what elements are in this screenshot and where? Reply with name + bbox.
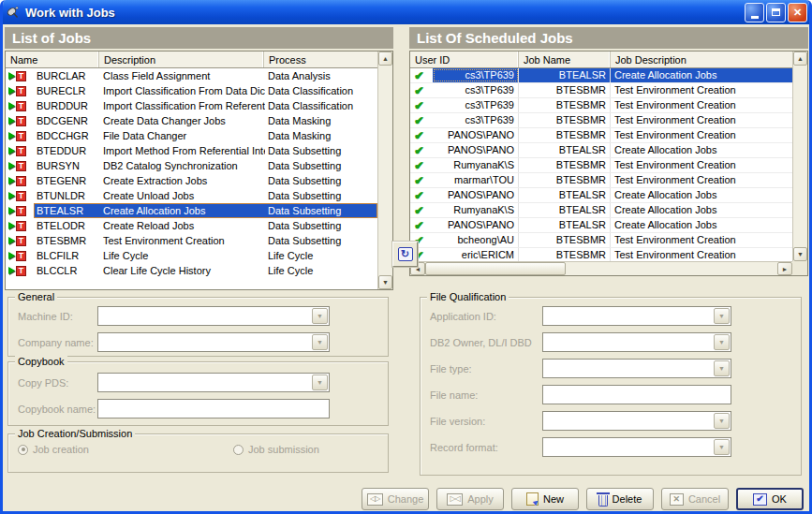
dropdown-arrow-icon[interactable] xyxy=(312,374,328,390)
scroll-right-icon[interactable]: ► xyxy=(777,262,792,275)
scroll-up-icon[interactable]: ▲ xyxy=(378,51,392,66)
transfer-jobs-button[interactable]: ↻ xyxy=(392,242,418,267)
field-label: Record format: xyxy=(430,442,542,453)
copybook-group-title: Copybook xyxy=(15,356,67,367)
row-icons: T xyxy=(6,131,34,141)
column-header-description: Description xyxy=(99,51,264,67)
dropdown-arrow-icon[interactable] xyxy=(312,308,328,324)
copybook-group: Copybook Copy PDS: Copybook name: xyxy=(7,361,389,426)
scheduled-job-row[interactable]: ✔ cs3\TP639 BTEALSR Create Allocation Jo… xyxy=(410,68,792,83)
dropdown-arrow-icon[interactable] xyxy=(714,308,730,324)
close-button[interactable]: ✕ xyxy=(788,3,807,22)
dropdown-arrow-icon[interactable] xyxy=(714,334,730,350)
green-play-icon xyxy=(8,132,15,140)
column-header-process: Process xyxy=(264,51,377,67)
cell-name: BDCGENR xyxy=(35,114,100,128)
BTEGENR[interactable]: T BTEGENR Create Extraction Jobs Data Su… xyxy=(6,173,377,188)
change-button[interactable]: Change xyxy=(362,488,429,510)
green-check-icon: ✔ xyxy=(414,160,423,171)
field-value[interactable] xyxy=(543,360,713,377)
field-input[interactable] xyxy=(542,385,731,404)
scheduled-job-row[interactable]: ✔ PANOS\PANO BTEALSR Create Allocation J… xyxy=(410,188,792,203)
field-value[interactable] xyxy=(98,374,311,391)
cell-job-description: Test Environment Creation xyxy=(611,173,792,187)
apply-button[interactable]: Apply xyxy=(436,488,504,510)
field-input[interactable] xyxy=(97,399,330,419)
BTELODR[interactable]: T BTELODR Create Reload Jobs Data Subset… xyxy=(6,218,377,233)
BURECLR[interactable]: T BURECLR Import Classification From Dat… xyxy=(6,83,377,98)
scheduled-job-row[interactable]: ✔ cs3\TP639 BTESBMR Test Environment Cre… xyxy=(410,83,792,98)
cancel-button[interactable]: Cancel xyxy=(661,488,729,510)
BURSYN[interactable]: T BURSYN DB2 Catalog Synchronization Dat… xyxy=(6,158,377,173)
scheduled-job-row[interactable]: ✔ cs3\TP639 BTESBMR Test Environment Cre… xyxy=(410,113,792,128)
BTESBMR[interactable]: T BTESBMR Test Environment Creation Data… xyxy=(6,233,377,248)
field-value[interactable] xyxy=(98,307,311,325)
green-play-icon xyxy=(8,237,15,244)
field-input[interactable] xyxy=(97,306,330,326)
BTEALSR[interactable]: T BTEALSR Create Allocation Jobs Data Su… xyxy=(6,203,377,218)
field-input[interactable] xyxy=(542,411,731,431)
dropdown-arrow-icon[interactable] xyxy=(312,334,328,350)
scrollbar-thumb[interactable] xyxy=(425,262,566,275)
field-value[interactable] xyxy=(543,438,713,456)
scheduled-job-row[interactable]: ✔ bcheong\AU BTESBMR Test Environment Cr… xyxy=(410,233,792,248)
field-value[interactable] xyxy=(543,333,713,351)
green-check-icon: ✔ xyxy=(414,175,423,186)
scroll-up-icon[interactable]: ▲ xyxy=(793,51,807,66)
ok-button[interactable]: OK xyxy=(736,488,804,510)
scheduled-job-row[interactable]: ✔ cs3\TP639 BTESBMR Test Environment Cre… xyxy=(410,98,792,113)
scheduled-job-row[interactable]: ✔ RumyanaK\S BTESBMR Test Environment Cr… xyxy=(410,158,792,173)
field-input[interactable] xyxy=(542,437,731,457)
delete-button[interactable]: Delete xyxy=(586,488,654,510)
BLCFILR[interactable]: T BLCFILR Life Cycle Life Cycle xyxy=(6,248,377,263)
field-input[interactable] xyxy=(542,332,731,352)
jobs-vertical-scrollbar[interactable]: ▲ ▼ xyxy=(377,51,392,289)
BTUNLDR[interactable]: T BTUNLDR Create Unload Jobs Data Subset… xyxy=(6,188,377,203)
red-t-icon: T xyxy=(16,71,26,81)
titlebar[interactable]: Work with Jobs ✕ xyxy=(0,0,812,24)
field-input[interactable] xyxy=(97,332,330,352)
radio-option[interactable]: Job creation xyxy=(18,444,233,455)
cell-name: BTESBMR xyxy=(35,234,100,248)
dropdown-arrow-icon[interactable] xyxy=(714,439,730,455)
scroll-down-icon[interactable]: ▼ xyxy=(378,275,392,289)
BURCLAR[interactable]: T BURCLAR Class Field Assignment Data An… xyxy=(6,68,377,83)
BDCGENR[interactable]: T BDCGENR Create Data Changer Jobs Data … xyxy=(6,113,377,128)
field-value[interactable] xyxy=(543,307,713,325)
green-check-icon: ✔ xyxy=(414,220,423,231)
scheduled-job-row[interactable]: ✔ PANOS\PANO BTEALSR Create Allocation J… xyxy=(410,143,792,158)
scheduled-job-row[interactable]: ✔ marmar\TOU BTESBMR Test Environment Cr… xyxy=(410,173,792,188)
dropdown-arrow-icon[interactable] xyxy=(714,413,730,429)
red-t-icon: T xyxy=(16,86,26,96)
scheduled-horizontal-scrollbar[interactable]: ◄ ► xyxy=(410,261,792,275)
minimize-button[interactable] xyxy=(745,3,764,22)
scheduled-job-row[interactable]: ✔ RumyanaK\S BTEALSR Create Allocation J… xyxy=(410,203,792,218)
BTEDDUR[interactable]: T BTEDDUR Import Method From Referential… xyxy=(6,143,377,158)
maximize-button[interactable] xyxy=(766,3,786,22)
dropdown-arrow-icon[interactable] xyxy=(714,360,730,376)
jobs-table: Name Description Process T BURCLAR Class… xyxy=(5,51,393,290)
scheduled-job-row[interactable]: ✔ PANOS\PANO BTEALSR Create Allocation J… xyxy=(410,218,792,233)
button-bar: Change Apply New Delete Cancel OK xyxy=(362,488,804,510)
scroll-down-icon[interactable]: ▼ xyxy=(793,247,807,261)
field-value[interactable] xyxy=(98,333,311,351)
field-value[interactable] xyxy=(543,386,731,404)
scheduled-job-row[interactable]: ✔ PANOS\PANO BTESBMR Test Environment Cr… xyxy=(410,128,792,143)
BURDDUR[interactable]: T BURDDUR Import Classification From Ref… xyxy=(6,98,377,113)
new-button[interactable]: New xyxy=(511,488,579,510)
BLCCLR[interactable]: T BLCCLR Clear Life Cycle History Life C… xyxy=(6,263,377,278)
cell-user-id: RumyanaK\S xyxy=(433,203,519,217)
field-input[interactable] xyxy=(97,373,330,392)
field-value[interactable] xyxy=(543,412,713,430)
job-creation-group-title: Job Creation/Submission xyxy=(15,428,135,439)
BDCCHGR[interactable]: T BDCCHGR File Data Changer Data Masking xyxy=(6,128,377,143)
radio-option[interactable]: Job submission xyxy=(233,444,319,455)
field-value[interactable] xyxy=(98,400,329,418)
cell-job-description: Test Environment Creation xyxy=(611,233,792,247)
scheduled-vertical-scrollbar[interactable]: ▲ ▼ xyxy=(792,51,807,261)
green-play-icon xyxy=(8,177,15,184)
scheduled-job-row[interactable]: ✔ eric\ERICM BTESBMR Test Environment Cr… xyxy=(410,248,792,261)
close-icon: ✕ xyxy=(793,7,802,18)
field-input[interactable] xyxy=(542,306,731,326)
field-input[interactable] xyxy=(542,359,731,378)
